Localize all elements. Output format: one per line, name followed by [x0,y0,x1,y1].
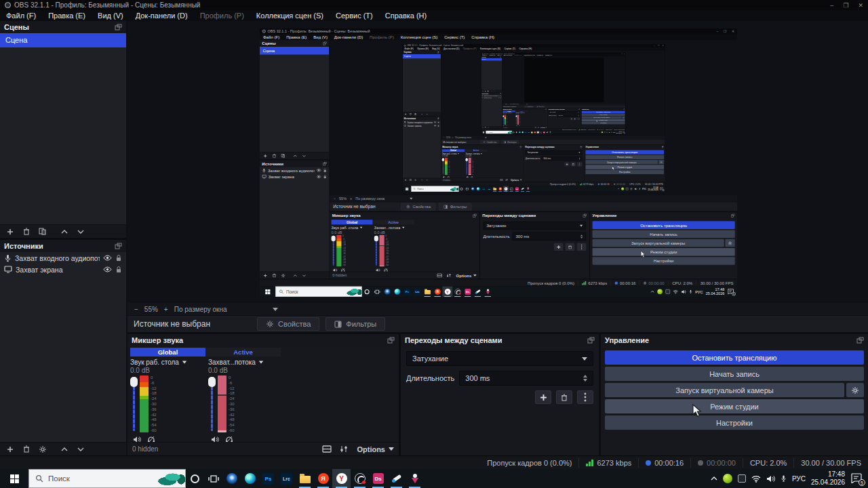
virtual-camera-settings-button[interactable] [846,383,864,397]
source-properties-gear-button[interactable] [35,444,50,455]
filters-button[interactable]: Фильтры [326,317,385,331]
file-explorer-button[interactable] [296,469,314,488]
zoom-out-button[interactable]: − [134,306,138,313]
transition-select[interactable]: Затухание [406,351,593,366]
brush-app-button[interactable] [387,469,406,488]
chevron-down-icon [578,112,578,113]
scene-filters-button[interactable] [35,226,50,237]
menu-docks[interactable]: Док-панели (D) [130,10,194,21]
tab-active[interactable]: Active [205,348,281,357]
language-indicator[interactable]: РУС [792,475,806,483]
headphones-off-icon [519,125,520,127]
volume-icon[interactable] [766,475,775,483]
taskbar-search-input[interactable]: Поиск [28,469,186,488]
advanced-audio-icon[interactable] [340,445,349,453]
zoom-level: 55% [339,197,347,201]
remove-transition-button[interactable] [556,390,572,404]
folder-icon [425,290,431,294]
studio-mode-button[interactable]: Режим студии [605,399,864,413]
rocket-app-button[interactable] [406,469,424,488]
taskbar-clock[interactable]: 17:48 25.04.2026 [811,470,845,487]
source-item-audio[interactable]: Захват входного аудиопотока [0,252,126,264]
tab-global[interactable]: Global [130,348,205,357]
lightroom-button[interactable]: Lrc [277,469,296,488]
task-view-button[interactable] [204,469,222,488]
menu-edit[interactable]: Правка (E) [42,10,92,21]
cortana-button[interactable] [186,469,204,488]
zoom-in-button[interactable]: + [164,306,168,313]
stop-streaming-button[interactable]: Остановить трансляцию [605,350,864,365]
popout-icon[interactable] [115,24,122,31]
lock-icon [323,168,328,172]
menu-file[interactable]: Файл (F) [0,10,42,21]
media-app-button[interactable] [222,469,241,488]
chevron-down-icon[interactable] [182,361,186,364]
volume-meter [469,158,471,175]
add-scene-button[interactable] [3,226,17,237]
add-transition-button[interactable] [535,390,551,404]
visibility-eye-icon[interactable] [103,266,112,272]
menu-profile[interactable]: Профиль (P) [194,10,250,21]
start-button[interactable] [0,469,28,488]
settings-button[interactable]: Настройки [605,415,864,430]
volume-slider[interactable] [130,375,138,432]
obs-taskbar-button[interactable] [351,469,369,488]
remove-scene-button[interactable] [19,226,33,237]
no-source-label: Источник не выбран [333,204,375,209]
source-item-audio: Захват входного аудиопотока [403,121,441,124]
popout-icon[interactable] [115,243,122,250]
close-button[interactable]: ✕ [858,2,863,9]
photoshop-icon: Ps [262,473,274,485]
scene-item-selected[interactable]: Сцена [0,33,126,47]
start-virtual-camera-button[interactable]: Запуск виртуальной камеры [605,383,844,397]
zoom-fit-mode[interactable]: По размеру окна [174,306,227,313]
tray-microphone-icon[interactable] [781,474,787,483]
tray-app-icon-green[interactable] [723,474,732,483]
menu-help[interactable]: Справка (H) [379,10,433,21]
source-item-display[interactable]: Захват экрана [0,264,126,275]
rocket-app-icon [527,187,530,190]
spin-up-icon[interactable] [583,375,587,378]
preview-canvas[interactable]: OBS 32.1.1 - Профиль: Безымянный - Сцены… [127,21,868,303]
lock-icon[interactable] [115,254,122,262]
duration-input[interactable]: 300 ms [459,371,593,386]
lock-icon[interactable] [115,266,122,273]
tray-chevron-up-icon[interactable] [711,476,717,481]
capture-slot: OBS 32.1.1 - Профиль: Безымянный - Сцены… [481,53,626,134]
obs-icon [355,473,366,484]
scene-up-button[interactable] [57,226,71,237]
popout-icon[interactable] [587,337,595,344]
photoshop-button[interactable]: Ps [259,469,277,488]
remove-source-button[interactable] [19,444,33,455]
restore-button[interactable]: ❐ [843,2,848,9]
tray-app-icon-obs[interactable] [738,474,746,483]
transition-menu-kebab-icon[interactable] [577,390,593,404]
mixer-options-button[interactable]: Options [357,445,394,453]
add-source-button[interactable] [3,444,17,455]
chevron-down-icon[interactable] [259,361,263,364]
spin-down-icon[interactable] [583,379,587,382]
notification-center-button[interactable]: 5 [850,473,864,484]
popout-icon[interactable] [387,337,395,344]
menu-view[interactable]: Вид (V) [92,10,130,21]
source-down-button[interactable] [73,444,87,455]
chevron-down-icon[interactable] [273,308,278,311]
yandex-browser-button[interactable]: Y [332,469,351,488]
popout-icon [500,57,502,58]
network-icon[interactable] [751,475,761,483]
properties-button[interactable]: Свойства [257,317,319,331]
davinci-app-button[interactable]: Ds [369,469,387,488]
source-up-button[interactable] [57,444,71,455]
layout-toggle-icon[interactable] [322,445,332,453]
scene-down-button[interactable] [73,226,87,237]
minimize-button[interactable]: – [830,2,833,9]
yandex-app-button[interactable]: Я [314,469,332,488]
menu-file: Файл (F) [481,54,488,56]
menu-scene-collection[interactable]: Коллекция сцен (S) [250,10,330,21]
volume-slider[interactable] [208,375,216,432]
menu-tools[interactable]: Сервис (T) [330,10,379,21]
start-recording-button[interactable]: Начать запись [605,367,864,381]
visibility-eye-icon[interactable] [103,255,112,261]
edge-button[interactable] [241,469,259,488]
popout-icon[interactable] [856,337,864,344]
